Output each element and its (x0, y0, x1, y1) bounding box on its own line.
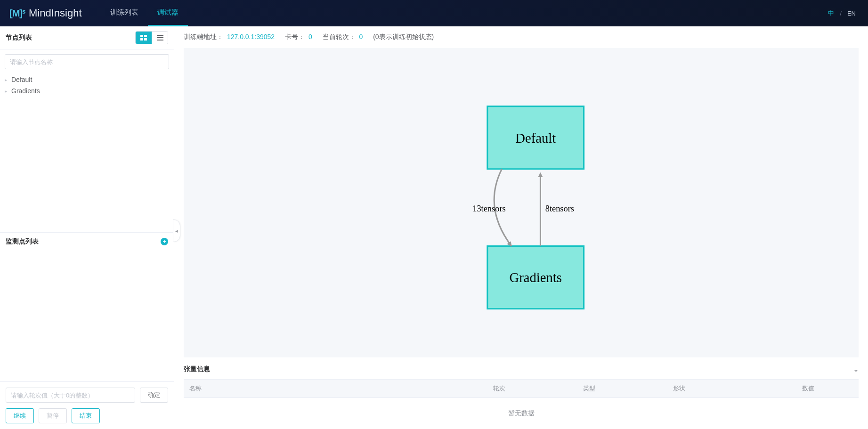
col-type: 类型 (577, 380, 667, 398)
nav-debugger[interactable]: 调试器 (148, 0, 188, 26)
view-grid-button[interactable] (136, 32, 152, 44)
node-list-header: 节点列表 (0, 26, 174, 49)
card-value: 0 (308, 33, 312, 40)
graph-edge-down-label: 13tensors (472, 204, 506, 213)
view-toggle-group (135, 31, 168, 44)
caret-right-icon: ▸ (5, 77, 11, 82)
lang-sep: / (837, 10, 844, 17)
svg-rect-3 (144, 38, 147, 40)
addr-label: 训练端地址： (184, 33, 223, 40)
tensor-title: 张量信息 (184, 365, 210, 373)
nav-train-list[interactable]: 训练列表 (101, 0, 148, 26)
chevron-left-icon: ◂ (175, 228, 178, 234)
watchpoint-title: 监测点列表 (6, 237, 39, 246)
step-value: 0 (359, 33, 363, 40)
logo: [M]ˢ MindInsight (9, 7, 82, 19)
main-nav: 训练列表 调试器 (101, 0, 188, 26)
continue-button[interactable]: 继续 (6, 408, 34, 423)
lang-en[interactable]: EN (844, 10, 859, 17)
tree-item-label: Default (11, 76, 32, 83)
language-switch: 中 / EN (825, 9, 859, 17)
status-bar: 训练端地址： 127.0.0.1:39052 卡号： 0 当前轮次： 0 (0表… (174, 26, 868, 48)
step-input[interactable] (6, 388, 135, 403)
status-hint: (0表示训练初始状态) (373, 33, 434, 40)
sidebar-spacer (0, 101, 174, 232)
graph-edge-up-label: 8tensors (545, 204, 574, 213)
watchpoint-header: 监测点列表 + (0, 232, 174, 251)
graph-node-gradients-label: Gradients (510, 270, 562, 285)
graph-svg: Default Gradients 13tensors 8tensors (184, 48, 859, 357)
caret-right-icon: ▸ (5, 89, 11, 94)
svg-rect-4 (157, 35, 163, 36)
app-header: [M]ˢ MindInsight 训练列表 调试器 中 / EN (0, 0, 868, 26)
col-name: 名称 (184, 380, 487, 398)
grid-icon (140, 35, 147, 40)
tree-item-default[interactable]: ▸ Default (5, 74, 169, 85)
content: 训练端地址： 127.0.0.1:39052 卡号： 0 当前轮次： 0 (0表… (174, 26, 868, 429)
col-step: 轮次 (487, 380, 577, 398)
node-search-input[interactable] (5, 54, 169, 69)
node-tree: ▸ Default ▸ Gradients (0, 74, 174, 101)
card-label: 卡号： (285, 33, 305, 40)
node-list-title: 节点列表 (6, 33, 135, 42)
confirm-button[interactable]: 确定 (140, 388, 168, 403)
graph-canvas[interactable]: Default Gradients 13tensors 8tensors (184, 48, 859, 357)
pause-button[interactable]: 暂停 (39, 408, 67, 423)
tensor-empty: 暂无数据 (184, 398, 859, 429)
col-shape: 形状 (667, 380, 757, 398)
step-label: 当前轮次： (323, 33, 356, 40)
tensor-header: 张量信息 ⌄ (184, 365, 859, 379)
sidebar-collapse-handle[interactable]: ◂ (173, 219, 180, 242)
tensor-collapse-toggle[interactable]: ⌄ (853, 366, 859, 373)
tensor-table: 名称 轮次 类型 形状 数值 (184, 379, 859, 398)
tensor-section: 张量信息 ⌄ 名称 轮次 类型 形状 数值 暂无数据 (174, 357, 868, 429)
tree-item-label: Gradients (11, 87, 40, 95)
plus-icon: + (162, 238, 166, 245)
add-watchpoint-button[interactable]: + (161, 238, 168, 245)
list-icon (157, 35, 163, 40)
end-button[interactable]: 结束 (72, 408, 100, 423)
svg-rect-1 (144, 35, 147, 37)
logo-badge: [M]ˢ (9, 8, 25, 19)
graph-node-default-label: Default (515, 130, 556, 146)
tree-item-gradients[interactable]: ▸ Gradients (5, 85, 169, 97)
watchpoint-body (0, 251, 174, 381)
logo-text: MindInsight (29, 7, 82, 19)
sidebar-footer: 确定 继续 暂停 结束 (0, 381, 174, 429)
sidebar: 节点列表 ▸ Default ▸ Gradients (0, 26, 174, 429)
col-value: 数值 (757, 380, 859, 398)
lang-cn[interactable]: 中 (825, 9, 837, 17)
svg-rect-0 (140, 35, 143, 37)
addr-value: 127.0.0.1:39052 (227, 33, 275, 40)
svg-rect-5 (157, 37, 163, 38)
view-list-button[interactable] (152, 32, 168, 44)
node-search-wrap (0, 49, 174, 74)
main-layout: 节点列表 ▸ Default ▸ Gradients (0, 26, 868, 429)
svg-rect-6 (157, 40, 163, 40)
chevron-down-icon: ⌄ (853, 366, 859, 373)
svg-rect-2 (140, 38, 143, 40)
